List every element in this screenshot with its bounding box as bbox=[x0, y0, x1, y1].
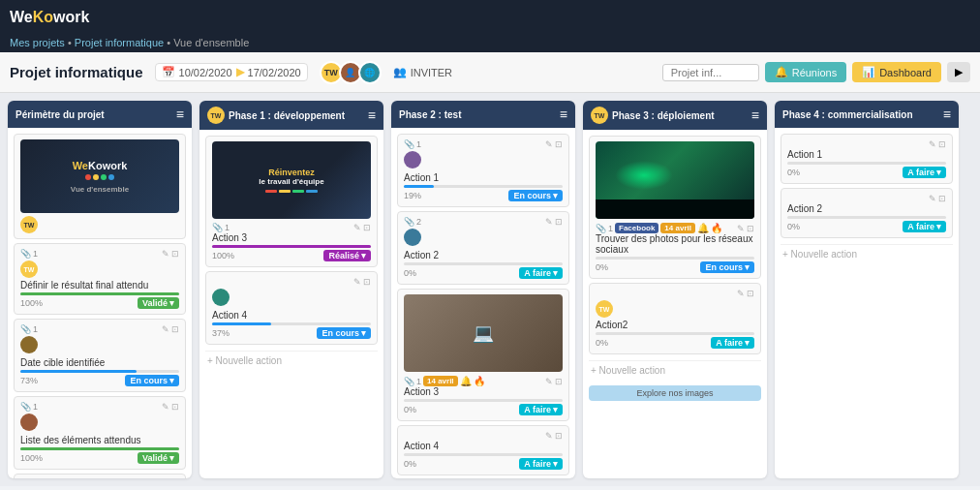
dot-blue bbox=[108, 174, 114, 180]
edit-icon[interactable]: ✎ bbox=[737, 224, 745, 233]
card-action-icons[interactable]: ✎ ⊡ bbox=[929, 194, 946, 203]
card-image-inner bbox=[596, 141, 754, 219]
card-action-icons[interactable]: ✎ ⊡ bbox=[545, 431, 563, 441]
status-badge[interactable]: En cours ▾ bbox=[317, 327, 371, 339]
card-avatar bbox=[212, 289, 230, 306]
status-badge[interactable]: Validé ▾ bbox=[138, 452, 179, 464]
bell-icon: 🔔 bbox=[775, 66, 788, 78]
status-badge[interactable]: A faire ▾ bbox=[519, 458, 563, 470]
breadcrumb-mes-projets[interactable]: Mes projets bbox=[10, 37, 65, 48]
column-menu-icon[interactable]: ≡ bbox=[751, 107, 759, 123]
card-title: Définir le résultat final attendu bbox=[20, 280, 179, 291]
column-title: Phase 2 : test bbox=[399, 109, 560, 120]
edit-icon[interactable]: ✎ bbox=[545, 377, 553, 386]
card-action-icons[interactable]: ✎ ⊡ bbox=[353, 223, 371, 232]
edit-icon[interactable]: ✎ bbox=[162, 402, 169, 412]
edit-icon[interactable]: ✎ bbox=[929, 194, 936, 203]
card-header-row: 📎1 ✎ ⊡ bbox=[20, 249, 179, 259]
status-badge[interactable]: A faire ▾ bbox=[519, 267, 563, 279]
new-action-button[interactable]: + Nouvelle action bbox=[589, 360, 761, 380]
card-action-icons[interactable]: ✎ ⊡ bbox=[545, 139, 563, 149]
card-action-icons[interactable]: ✎ ⊡ bbox=[737, 289, 754, 298]
project-header: Projet informatique 📅 10/02/2020 ▶ 17/02… bbox=[0, 52, 980, 93]
card-action-icons[interactable]: ✎ ⊡ bbox=[929, 139, 946, 149]
column-avatar: TW bbox=[591, 107, 608, 124]
card-action-icons[interactable]: ✎ ⊡ bbox=[162, 324, 179, 334]
card-image: Réinventez le travail d'équipe bbox=[212, 141, 371, 219]
folder-icon[interactable]: ⊡ bbox=[555, 431, 563, 441]
reunions-button[interactable]: 🔔 Réunions bbox=[765, 62, 846, 82]
card-footer-row: 0% A faire ▾ bbox=[404, 267, 563, 279]
dashboard-button[interactable]: 📊 Dashboard bbox=[852, 62, 941, 82]
folder-icon[interactable]: ⊡ bbox=[363, 223, 371, 232]
folder-icon[interactable]: ⊡ bbox=[171, 402, 179, 412]
bell-emoji: 🔔 bbox=[697, 223, 709, 233]
list-item: Réinventez le travail d'équipe 📎1 ✎ ⊡ A bbox=[205, 136, 378, 267]
status-badge[interactable]: A faire ▾ bbox=[903, 167, 946, 178]
breadcrumb-projet[interactable]: Projet informatique bbox=[75, 37, 164, 48]
edit-icon[interactable]: ✎ bbox=[353, 277, 361, 287]
status-badge[interactable]: A faire ▾ bbox=[519, 404, 563, 415]
chevron-down-icon: ▾ bbox=[169, 453, 174, 463]
edit-icon[interactable]: ✎ bbox=[929, 139, 936, 149]
progress-bar-fill bbox=[212, 322, 271, 325]
status-badge[interactable]: En cours ▾ bbox=[700, 261, 754, 273]
status-badge[interactable]: A faire ▾ bbox=[711, 337, 754, 349]
status-badge[interactable]: Réalisé ▾ bbox=[323, 250, 371, 261]
status-badge[interactable]: En cours ▾ bbox=[508, 190, 563, 201]
column-menu-icon[interactable]: ≡ bbox=[176, 107, 184, 122]
progress-bar-fill bbox=[212, 245, 371, 248]
explore-images-button[interactable]: Explore nos images bbox=[589, 385, 761, 401]
avatar-3[interactable]: 🌐 bbox=[358, 61, 382, 84]
folder-icon[interactable]: ⊡ bbox=[938, 194, 946, 203]
folder-icon[interactable]: ⊡ bbox=[555, 139, 563, 149]
paperclip-icon: 📎 bbox=[404, 217, 414, 227]
invite-button[interactable]: 👥 INVITER bbox=[393, 66, 452, 78]
progress-pct: 100% bbox=[20, 453, 43, 463]
card-footer-row: 0% A faire ▾ bbox=[787, 221, 946, 232]
column-menu-icon[interactable]: ≡ bbox=[368, 107, 376, 123]
paperclip-icon: 📎 bbox=[596, 224, 606, 233]
preview-text: WeKowork bbox=[73, 160, 128, 171]
folder-icon[interactable]: ⊡ bbox=[747, 224, 754, 233]
column-menu-icon[interactable]: ≡ bbox=[943, 107, 951, 122]
card-header-row: ✎ ⊡ bbox=[787, 139, 946, 149]
chevron-down-icon: ▾ bbox=[553, 191, 558, 200]
new-action-button[interactable]: + Nouvelle action bbox=[781, 244, 953, 263]
card-action-icons[interactable]: ✎ ⊡ bbox=[162, 249, 179, 259]
edit-icon[interactable]: ✎ bbox=[162, 324, 169, 334]
edit-icon[interactable]: ✎ bbox=[162, 249, 169, 259]
card-action-icons[interactable]: ✎ ⊡ bbox=[162, 402, 179, 412]
status-badge[interactable]: En cours ▾ bbox=[125, 375, 179, 386]
edit-icon[interactable]: ✎ bbox=[545, 431, 553, 441]
folder-icon[interactable]: ⊡ bbox=[938, 139, 946, 149]
folder-icon[interactable]: ⊡ bbox=[747, 289, 754, 298]
column-menu-icon[interactable]: ≡ bbox=[560, 107, 567, 122]
status-badge[interactable]: Validé ▾ bbox=[138, 297, 179, 309]
folder-icon[interactable]: ⊡ bbox=[555, 377, 563, 386]
new-action-button[interactable]: + Nouvelle action bbox=[205, 351, 378, 370]
card-action-icons[interactable]: ✎ ⊡ bbox=[353, 277, 371, 287]
folder-icon[interactable]: ⊡ bbox=[171, 324, 179, 334]
bar-red bbox=[265, 190, 277, 193]
folder-icon[interactable]: ⊡ bbox=[555, 217, 563, 227]
status-badge[interactable]: A faire ▾ bbox=[903, 221, 946, 232]
folder-icon[interactable]: ⊡ bbox=[363, 277, 371, 287]
column-body-phase1: Réinventez le travail d'équipe 📎1 ✎ ⊡ A bbox=[199, 130, 383, 478]
project-search[interactable] bbox=[662, 64, 759, 81]
dashboard-label: Dashboard bbox=[879, 67, 932, 78]
card-title-line2: le travail d'équipe bbox=[259, 177, 323, 186]
progress-bar-bg bbox=[20, 292, 179, 295]
card-action-icons[interactable]: ✎ ⊡ bbox=[737, 224, 754, 233]
edit-icon[interactable]: ✎ bbox=[545, 139, 553, 149]
edit-icon[interactable]: ✎ bbox=[737, 289, 745, 298]
header-actions: 🔔 Réunions 📊 Dashboard ▶ bbox=[662, 62, 970, 82]
list-item: ✎ ⊡ Action 4 37% En cours ▾ bbox=[205, 271, 378, 345]
card-title: Action 3 bbox=[212, 232, 371, 243]
edit-icon[interactable]: ✎ bbox=[353, 223, 361, 232]
folder-icon[interactable]: ⊡ bbox=[171, 249, 179, 259]
card-action-icons[interactable]: ✎ ⊡ bbox=[545, 217, 563, 227]
edit-icon[interactable]: ✎ bbox=[545, 217, 553, 227]
more-button[interactable]: ▶ bbox=[947, 62, 970, 82]
card-action-icons[interactable]: ✎ ⊡ bbox=[545, 377, 563, 386]
